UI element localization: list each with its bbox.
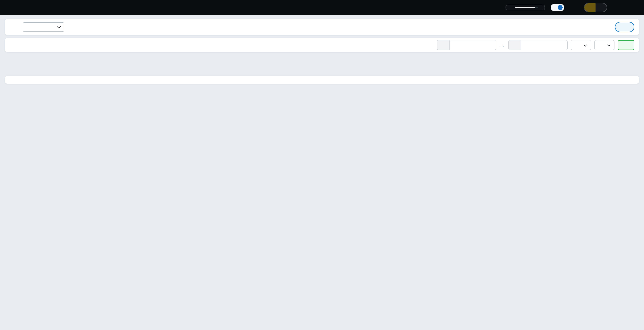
weather-description-section-title xyxy=(6,68,638,73)
toggle-knob xyxy=(558,5,562,10)
chart-icon xyxy=(10,24,16,30)
top-navbar xyxy=(0,0,644,15)
chevron-down-icon xyxy=(607,43,610,46)
user-check-icon xyxy=(570,4,576,10)
user-menu[interactable] xyxy=(613,4,638,11)
calendar-check-icon xyxy=(512,43,516,48)
brand-cloud-lightning-icon xyxy=(6,4,14,12)
refresh-icon xyxy=(621,24,626,30)
sun-icon xyxy=(587,5,593,10)
navbar-right xyxy=(506,3,638,12)
forecast-filter-bar: → xyxy=(5,38,639,52)
user-avatar-icon xyxy=(613,4,620,11)
lightning-bolt-icon xyxy=(575,43,580,48)
calendar-icon xyxy=(440,43,444,48)
from-date-input[interactable] xyxy=(450,40,496,50)
refresh-progress-bar xyxy=(515,7,538,8)
export-csv-button[interactable] xyxy=(618,40,634,50)
from-label-group xyxy=(437,40,450,50)
arrow-right-icon: → xyxy=(499,42,505,48)
to-date-input[interactable] xyxy=(521,40,567,50)
live-update-toggle[interactable] xyxy=(550,4,564,11)
all-params-button[interactable] xyxy=(594,40,614,50)
to-label-group xyxy=(508,40,521,50)
chevron-down-icon xyxy=(634,6,638,10)
date-controls: → xyxy=(437,40,634,50)
dark-theme-button[interactable] xyxy=(596,4,606,12)
weather-cards-strip[interactable] xyxy=(5,76,639,84)
quick-select-button[interactable] xyxy=(571,40,591,50)
from-date-group xyxy=(437,40,496,50)
to-date-group xyxy=(508,40,568,50)
download-icon xyxy=(622,43,627,48)
viewer-eye-icon xyxy=(625,4,631,10)
trend-up-icon xyxy=(6,56,12,62)
page-content: → xyxy=(0,15,644,88)
actual-vs-forecast-section-title xyxy=(6,56,638,62)
columns-icon xyxy=(598,43,603,48)
location-select[interactable] xyxy=(23,22,64,32)
chevron-down-icon xyxy=(584,43,587,46)
list-icon xyxy=(6,68,12,73)
refresh-button[interactable] xyxy=(615,22,634,32)
brand[interactable] xyxy=(6,4,16,12)
location-select-wrap xyxy=(23,22,64,32)
moon-icon xyxy=(598,5,604,10)
my-alerts-button[interactable] xyxy=(570,4,578,10)
theme-toggle xyxy=(584,3,607,12)
trends-toolbar xyxy=(5,19,639,35)
page-title-group xyxy=(10,24,18,30)
clock-widget xyxy=(506,5,545,10)
light-theme-button[interactable] xyxy=(584,4,596,12)
